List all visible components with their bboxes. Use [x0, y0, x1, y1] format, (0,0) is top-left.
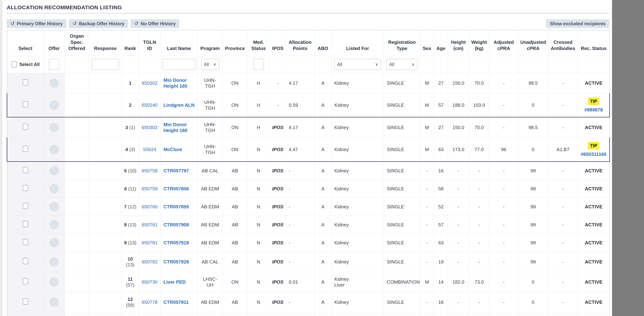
listed-for-filter-select[interactable]: All ∨ — [334, 59, 381, 70]
column-header-province: Province — [223, 30, 247, 56]
column-header-crossed: Crossed Antibodies — [548, 30, 578, 56]
allocation-listing-panel: ALLOCATION RECOMMENDATION LISTING ↺ Prim… — [7, 0, 609, 316]
last-name-link[interactable]: CTR057908 — [164, 222, 189, 227]
last-name-link[interactable]: CTR057918 — [164, 240, 189, 245]
right-gray-band — [612, 0, 644, 316]
row-select-checkbox[interactable] — [23, 146, 28, 152]
tgln-id-link[interactable]: 650761 — [142, 222, 158, 227]
filter-row: Select All All ∨ — [7, 56, 610, 73]
show-excluded-recipients-label: Show excluded recipients — [550, 21, 606, 26]
row-select-checkbox[interactable] — [23, 239, 28, 245]
chevron-down-icon: ∨ — [375, 62, 378, 67]
toolbar: ↺ Primary Offer History ↺ Backup Offer H… — [7, 19, 609, 28]
no-offer-history-button[interactable]: ↺ No Offer History — [130, 19, 180, 28]
row-select-checkbox[interactable] — [23, 203, 28, 209]
show-excluded-recipients-button[interactable]: Show excluded recipients — [546, 19, 609, 28]
tgln-id-link[interactable]: 650302 — [142, 80, 158, 86]
offer-status-icon — [50, 100, 59, 110]
rec-status-text: ACTIVE — [585, 222, 602, 227]
column-header-listed_for: Listed For — [332, 30, 384, 56]
column-header-weight: Weight (kg) — [469, 30, 490, 56]
offer-status-icon — [50, 238, 59, 247]
tgln-id-link[interactable]: 650759 — [142, 186, 158, 191]
column-header-rec_status: Rec. Status — [578, 30, 610, 56]
registration-type-filter-value: All — [389, 62, 394, 67]
history-icon: ↺ — [72, 21, 77, 26]
tgln-id-link[interactable]: 55624 — [143, 147, 156, 152]
row-select-checkbox[interactable] — [23, 298, 28, 304]
offer-status-icon — [50, 202, 59, 211]
tgln-id-link[interactable]: 650240 — [142, 102, 158, 108]
table-row: 9 (13)650781CTR057918AB EDMABNIPOS-AKidn… — [7, 234, 610, 252]
row-select-checkbox[interactable] — [23, 79, 28, 86]
last-name-link[interactable]: McClure — [164, 147, 182, 152]
offer-status-icon — [50, 257, 59, 266]
table-row: 13 (58)650779CTR057912AB EDMABNIPOS-AKid… — [7, 312, 610, 316]
row-select-checkbox[interactable] — [23, 101, 28, 107]
last-name-link[interactable]: CTR057911 — [164, 299, 189, 305]
tip-offer-link[interactable]: #989878 — [584, 107, 603, 113]
offer-status-icon — [50, 277, 59, 287]
last-name-link[interactable]: CTR057806 — [164, 186, 189, 191]
select-all-control[interactable]: Select All — [8, 61, 44, 68]
tip-badge: TIP — [588, 142, 599, 149]
row-select-checkbox[interactable] — [23, 278, 28, 284]
rec-status-text: ACTIVE — [585, 299, 602, 305]
ipos-flag: IPOS — [272, 240, 283, 245]
last-name-link[interactable]: CTR057797 — [164, 168, 189, 173]
last-name-filter-input[interactable] — [162, 59, 196, 70]
table-row: 3 (1)650302Min Donor Height 160UHN-TGHON… — [7, 117, 610, 137]
row-select-checkbox[interactable] — [23, 167, 28, 173]
last-name-link[interactable]: Min Donor Height 160 — [164, 78, 188, 89]
column-header-sex: Sex — [420, 30, 434, 56]
primary-offer-history-button[interactable]: ↺ Primary Offer History — [7, 19, 66, 28]
rec-status-text: ACTIVE — [585, 204, 602, 209]
last-name-link[interactable]: CTR057855 — [164, 204, 189, 209]
tgln-id-link[interactable]: 650760 — [142, 204, 158, 209]
select-all-checkbox[interactable] — [12, 61, 17, 68]
tgln-id-link[interactable]: 650730 — [142, 279, 158, 285]
history-icon: ↺ — [134, 21, 138, 26]
tgln-id-link[interactable]: 650781 — [142, 240, 158, 245]
offer-filter-input[interactable] — [49, 59, 60, 70]
row-select-checkbox[interactable] — [23, 221, 28, 227]
ipos-flag: IPOS — [272, 299, 283, 305]
tip-offer-link[interactable]: #650311160 — [581, 151, 606, 157]
last-name-link[interactable]: CTR057928 — [164, 259, 189, 264]
last-name-link[interactable]: Lindgren ALN — [164, 102, 194, 108]
row-select-checkbox[interactable] — [23, 185, 28, 191]
last-name-link[interactable]: Liver PED — [164, 279, 186, 285]
table-row: 12 (58)650778CTR057911AB EDMABNIPOS-AKid… — [7, 292, 610, 312]
offer-status-icon — [50, 297, 59, 307]
allocation-table: SelectOfferOrgan Spec. OfferedResponseRa… — [7, 30, 610, 316]
column-header-height: Height (cm) — [448, 30, 469, 56]
column-header-points: Allocation Points — [286, 30, 314, 56]
row-select-checkbox[interactable] — [23, 258, 28, 264]
tgln-id-link[interactable]: 650782 — [142, 259, 158, 264]
offer-status-icon — [50, 145, 59, 154]
offer-status-icon — [50, 184, 59, 193]
rec-status-text: ACTIVE — [585, 168, 602, 173]
backup-offer-history-label: Backup Offer History — [79, 21, 124, 26]
table-row: 10 (13)650782CTR057928AB CALABNIPOS-AKid… — [7, 252, 610, 272]
backup-offer-history-button[interactable]: ↺ Backup Offer History — [69, 19, 128, 28]
table-row: 5 (10)650758CTR057797AB CALABNIPOS-AKidn… — [7, 161, 610, 180]
tgln-id-link[interactable]: 650778 — [142, 299, 158, 305]
rec-status-text: ACTIVE — [585, 186, 602, 191]
last-name-link[interactable]: Min Donor Height 160 — [164, 122, 188, 133]
program-filter-select[interactable]: All ∨ — [201, 59, 219, 70]
tgln-id-link[interactable]: 650302 — [142, 125, 158, 130]
registration-type-filter-select[interactable]: All ∨ — [386, 59, 418, 70]
column-header-offer: Offer — [44, 30, 65, 56]
row-select-checkbox[interactable] — [23, 124, 28, 130]
column-header-unadj_cpra: Unadjusted cPRA — [518, 30, 548, 56]
column-header-organ_spec: Organ Spec. Offered — [65, 30, 89, 56]
table-row: 11 (57)650730Liver PEDLHSC-UHONNIPOS0.01… — [7, 272, 610, 292]
history-icon: ↺ — [10, 21, 14, 26]
tgln-id-link[interactable]: 650758 — [142, 168, 158, 173]
med-status-filter-input[interactable] — [253, 59, 264, 70]
tip-badge: TIP — [588, 98, 599, 105]
ipos-flag: IPOS — [272, 168, 283, 173]
response-filter-input[interactable] — [92, 59, 119, 70]
primary-offer-history-label: Primary Offer History — [17, 21, 63, 26]
